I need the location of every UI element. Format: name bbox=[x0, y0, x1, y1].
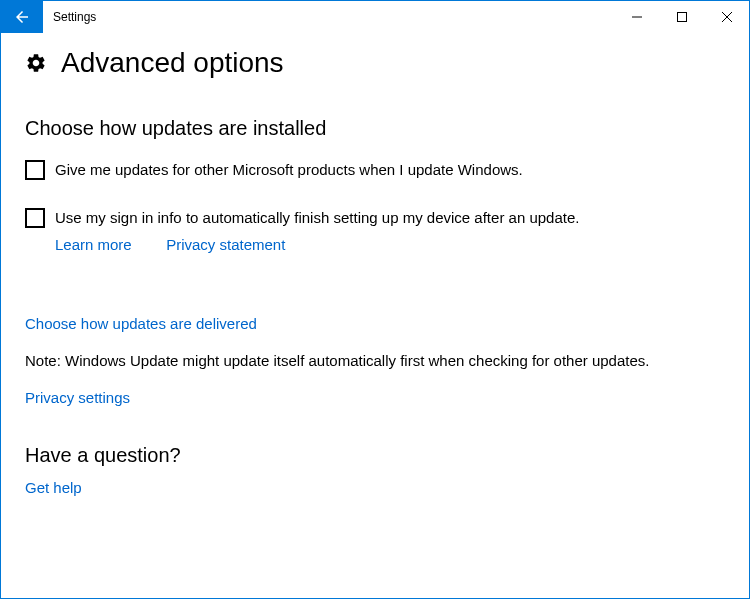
minimize-button[interactable] bbox=[614, 1, 659, 33]
titlebar: Settings bbox=[1, 1, 749, 33]
arrow-left-icon bbox=[13, 8, 31, 26]
checkbox-label-microsoft-products: Give me updates for other Microsoft prod… bbox=[55, 160, 523, 180]
get-help-link[interactable]: Get help bbox=[25, 479, 82, 496]
question-heading: Have a question? bbox=[25, 444, 725, 467]
updates-delivered-link[interactable]: Choose how updates are delivered bbox=[25, 315, 257, 332]
privacy-settings-link[interactable]: Privacy settings bbox=[25, 389, 130, 406]
checkbox-group-signin: Use my sign in info to automatically fin… bbox=[25, 208, 725, 269]
maximize-icon bbox=[677, 12, 687, 22]
checkbox-microsoft-products[interactable] bbox=[25, 160, 45, 180]
maximize-button[interactable] bbox=[659, 1, 704, 33]
close-button[interactable] bbox=[704, 1, 749, 33]
content-area: Advanced options Choose how updates are … bbox=[1, 33, 749, 521]
note-text: Note: Windows Update might update itself… bbox=[25, 352, 725, 369]
page-header: Advanced options bbox=[25, 47, 725, 79]
back-button[interactable] bbox=[1, 1, 43, 33]
learn-more-link[interactable]: Learn more bbox=[55, 236, 132, 253]
checkbox-group-microsoft-products: Give me updates for other Microsoft prod… bbox=[25, 160, 725, 180]
page-title: Advanced options bbox=[61, 47, 284, 79]
window-title: Settings bbox=[43, 1, 614, 33]
close-icon bbox=[722, 12, 732, 22]
checkbox-signin-info[interactable] bbox=[25, 208, 45, 228]
section-heading-install: Choose how updates are installed bbox=[25, 117, 725, 140]
checkbox-label-signin-info: Use my sign in info to automatically fin… bbox=[55, 208, 579, 228]
privacy-statement-link[interactable]: Privacy statement bbox=[166, 236, 285, 253]
svg-rect-1 bbox=[677, 13, 686, 22]
window-controls bbox=[614, 1, 749, 33]
minimize-icon bbox=[632, 12, 642, 22]
gear-icon bbox=[25, 52, 47, 74]
